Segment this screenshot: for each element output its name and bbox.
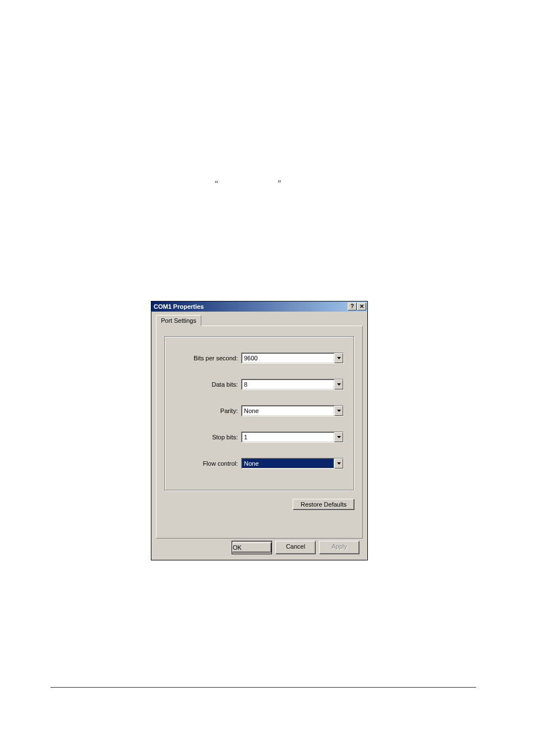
tab-strip: Port Settings (156, 315, 363, 326)
combo-stop-bits[interactable]: 1 (241, 432, 344, 443)
ok-button-label: OK (232, 542, 271, 553)
combo-value: None (242, 406, 334, 416)
combo-value: 9600 (242, 353, 334, 363)
row-stop-bits: Stop bits: 1 (175, 432, 344, 443)
chevron-down-icon[interactable] (334, 432, 343, 442)
combo-bits-per-second[interactable]: 9600 (241, 353, 344, 364)
row-data-bits: Data bits: 8 (175, 379, 344, 390)
svg-marker-0 (337, 357, 341, 359)
chevron-down-icon[interactable] (334, 353, 343, 363)
svg-marker-1 (337, 383, 341, 386)
svg-marker-3 (337, 436, 341, 438)
chevron-down-icon[interactable] (334, 458, 343, 469)
chevron-down-icon[interactable] (334, 406, 343, 416)
tab-area: Port Settings Bits per second: 9600 Data… (151, 312, 367, 543)
combo-data-bits[interactable]: 8 (241, 379, 344, 390)
titlebar: COM1 Properties ? ✕ (151, 302, 367, 312)
combo-value: None (242, 458, 334, 469)
restore-defaults-button[interactable]: Restore Defaults (293, 499, 354, 510)
stray-open-quote: “ (215, 179, 218, 188)
titlebar-text: COM1 Properties (154, 303, 204, 310)
chevron-down-icon[interactable] (334, 379, 343, 389)
close-button[interactable]: ✕ (357, 303, 366, 310)
com1-properties-dialog: COM1 Properties ? ✕ Port Settings Bits p… (151, 301, 368, 560)
footer-rule (50, 687, 476, 688)
combo-flow-control[interactable]: None (241, 458, 344, 469)
apply-button: Apply (319, 541, 359, 554)
tab-port-settings[interactable]: Port Settings (156, 315, 201, 326)
row-parity: Parity: None (175, 405, 344, 416)
combo-value: 1 (242, 432, 334, 442)
svg-marker-4 (337, 462, 341, 465)
combo-value: 8 (242, 379, 334, 389)
label-stop-bits: Stop bits: (175, 434, 241, 440)
stray-close-quote: ” (278, 179, 281, 188)
titlebar-buttons: ? ✕ (348, 303, 366, 310)
label-data-bits: Data bits: (175, 381, 241, 388)
dialog-buttons: OK Cancel Apply (232, 541, 359, 554)
combo-parity[interactable]: None (241, 405, 344, 416)
label-parity: Parity: (175, 407, 241, 414)
row-flow-control: Flow control: None (175, 458, 344, 469)
svg-marker-2 (337, 410, 341, 412)
ok-button[interactable]: OK (232, 541, 272, 554)
cancel-button[interactable]: Cancel (275, 541, 316, 554)
label-flow-control: Flow control: (175, 460, 241, 467)
help-button[interactable]: ? (348, 303, 357, 310)
restore-row: Restore Defaults (164, 499, 354, 510)
tab-panel: Bits per second: 9600 Data bits: 8 (156, 326, 363, 539)
settings-group: Bits per second: 9600 Data bits: 8 (164, 336, 354, 491)
label-bits-per-second: Bits per second: (175, 355, 241, 361)
row-bits-per-second: Bits per second: 9600 (175, 353, 344, 364)
